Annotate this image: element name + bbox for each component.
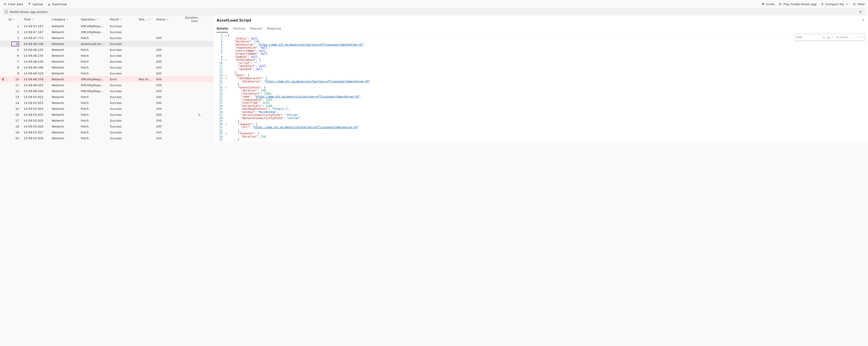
table-row[interactable]: 7 14:58:48.236Network FetchSuccess 200 [0,59,213,64]
table-row[interactable]: 3 14:58:47.771Network FetchSuccess 200 [0,35,213,41]
grid-scroll[interactable]: Id Time Category Operation Result Res...… [0,16,213,142]
table-row[interactable]: 11 14:58:48.453Network XMLHttpRequestSuc… [0,82,213,88]
match-case-icon[interactable]: Aa [823,36,826,38]
fold-toggle[interactable] [224,114,228,117]
error-icon [2,78,4,81]
fold-toggle[interactable] [224,120,228,123]
fold-gutter: ⊟⊟⊟⊟⊟⊟⊟ [224,33,228,142]
fold-toggle[interactable] [224,102,228,105]
fold-toggle[interactable] [224,65,228,68]
fold-toggle[interactable] [224,89,228,92]
fold-toggle[interactable] [224,56,228,59]
clear-label: Clear data [8,2,23,6]
table-row[interactable]: 8 14:58:48.296Network FetchSuccess 200 [0,64,213,70]
fold-toggle[interactable] [224,40,228,44]
fold-toggle[interactable] [224,141,228,142]
svg-point-1 [854,3,855,5]
table-row[interactable]: 19 14:58:50.927Network FetchSuccess 200 [0,129,213,135]
col-duration[interactable]: Duration (ms) [177,16,203,23]
fold-toggle[interactable] [224,138,228,141]
table-row[interactable]: 1 14:58:47.167Network XMLHttpRequestSucc… [0,23,213,29]
upload-button[interactable]: Upload [28,2,43,6]
regex-icon[interactable]: .* [832,36,833,38]
fold-toggle[interactable]: ⊟ [224,77,228,80]
fold-toggle[interactable]: ⊟ [224,123,228,126]
find-close-icon[interactable]: ✕ [861,36,863,39]
json-editor[interactable]: 1234567891011121314151617181920212223242… [213,33,868,142]
fold-toggle[interactable] [224,68,228,71]
compact-list-button[interactable]: Compact list [820,2,848,6]
fold-toggle[interactable] [224,46,228,50]
col-id[interactable]: Id [6,18,21,21]
table-row[interactable]: 17 14:58:50.925Network FetchSuccess 200 [0,118,213,123]
session-close-button[interactable]: ✕ [858,10,864,14]
fold-toggle[interactable]: ⊟ [224,34,228,37]
upload-icon [28,2,31,6]
table-row[interactable]: 9 14:58:48.324Network FetchSuccess 200 [0,70,213,76]
col-category[interactable]: Category [50,18,79,21]
fold-toggle[interactable] [224,44,228,47]
find-prev-icon[interactable]: ← [851,36,853,38]
fold-toggle[interactable] [224,50,228,53]
tab-response[interactable]: Response [267,25,281,32]
table-row[interactable]: 14 14:58:50.922Network FetchSuccess 200 [0,100,213,106]
col-operation[interactable]: Operation [79,18,107,21]
fold-toggle[interactable] [224,71,228,74]
svg-point-0 [762,3,764,4]
fold-toggle[interactable]: ⊟ [224,74,228,77]
invite-button[interactable]: Invite [762,2,775,6]
play-app-button[interactable]: Play model-driven app [779,2,816,6]
fold-toggle[interactable]: ⊟ [224,86,228,89]
find-next-icon[interactable]: → [855,36,857,38]
invite-label: Invite [766,2,775,6]
fold-toggle[interactable] [224,95,228,98]
fold-toggle[interactable] [224,62,228,65]
fold-toggle[interactable] [224,83,228,86]
table-row[interactable]: 13 14:58:50.922Network FetchSuccess 200 [0,94,213,100]
fold-toggle[interactable] [224,37,228,40]
chevron-down-icon [148,18,150,21]
fold-toggle[interactable]: ⊟ [224,132,228,135]
table-row[interactable]: 18 14:58:50.926Network FetchSuccess 200 [0,123,213,129]
fold-toggle[interactable] [224,98,228,102]
match-word-icon[interactable]: Ab [827,36,830,38]
col-time[interactable]: Time [21,18,50,21]
tab-details[interactable]: Details [217,25,228,32]
fold-toggle[interactable] [224,108,228,111]
tab-formula[interactable]: Formula [233,25,245,32]
table-row[interactable]: 16 14:58:50.925Network FetchSuccess 200 … [0,112,213,118]
find-selection-icon[interactable]: ≡ [859,36,860,38]
fold-toggle[interactable]: ⊟ [224,59,228,62]
fold-toggle[interactable] [224,92,228,95]
fold-toggle[interactable] [224,111,228,114]
table-row[interactable]: 5 14:58:48.233Network FetchSuccess 200 [0,47,213,53]
fold-toggle[interactable] [224,117,228,120]
chevron-down-icon [199,18,201,21]
download-button[interactable]: Download [48,2,67,6]
table-row[interactable]: 15 14:58:50.924Network FetchSuccess 200 [0,106,213,112]
clear-data-button[interactable]: Clear data [3,2,23,6]
table-row[interactable]: 10 14:58:48.378Network XMLHttpRequestErr… [0,76,213,82]
find-input[interactable] [796,36,821,39]
fold-toggle[interactable] [224,126,228,129]
fold-toggle[interactable] [224,135,228,138]
expand-button[interactable] [861,18,865,23]
table-row[interactable]: 12 14:58:48.494Network XMLHttpRequestSuc… [0,88,213,94]
table-row[interactable]: 4 14:58:48.106Network AssetLoad.ScriptSu… [0,41,213,47]
table-row[interactable]: 2 14:58:47.167Network XMLHttpRequestSucc… [0,29,213,35]
table-row[interactable]: 6 14:58:48.235Network FetchSuccess 200 [0,53,213,59]
col-result[interactable]: Result [107,18,136,21]
code-content: { "status": null, "duration": 138, "data… [228,33,868,142]
fold-toggle[interactable] [224,52,228,56]
grid-header: Id Time Category Operation Result Res...… [0,16,213,23]
details-pane: AssetLoad.Script Details Formula Request… [213,16,868,142]
fold-toggle[interactable] [224,129,228,132]
col-res2[interactable]: Res... [136,18,154,21]
fold-toggle[interactable] [224,105,228,108]
tab-request[interactable]: Request [250,25,262,32]
filter-button[interactable]: Filter [853,2,865,6]
col-status[interactable]: Status [154,18,177,21]
fold-toggle[interactable] [224,80,228,83]
session-bar: Model-driven app session ✕ [2,8,866,16]
table-row[interactable]: 20 14:58:50.928Network FetchSuccess 200 [0,135,213,141]
